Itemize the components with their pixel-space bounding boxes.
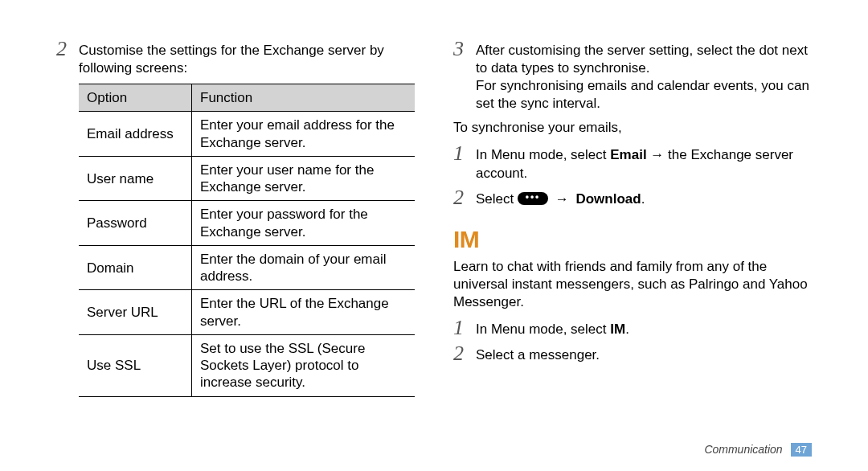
table-row: Server URL Enter the URL of the Exchange… (79, 290, 415, 335)
cell-option: User name (79, 156, 192, 201)
text-part: . (625, 322, 629, 337)
step-text: After customising the server setting, se… (476, 40, 812, 113)
step-number: 3 (453, 39, 476, 59)
col-header-option: Option (79, 84, 192, 112)
table-row: Domain Enter the domain of your email ad… (79, 245, 415, 290)
text-part: Select (476, 191, 518, 207)
table-row: Password Enter your password for the Exc… (79, 201, 415, 246)
table-header-row: Option Function (79, 84, 415, 112)
step-3-line1: After customising the server setting, se… (476, 43, 808, 76)
cell-function: Enter your password for the Exchange ser… (192, 201, 416, 246)
im-step-2: 2 Select a messenger. (453, 345, 812, 364)
cell-function: Enter your user name for the Exchange se… (192, 156, 416, 201)
cell-option: Domain (79, 245, 192, 290)
more-options-icon (518, 192, 548, 205)
table-row: Email address Enter your email address f… (79, 112, 415, 157)
step-3-line2: For synchronising emails and calendar ev… (476, 78, 809, 111)
step-number: 2 (453, 343, 476, 364)
text-part: In Menu mode, select (476, 147, 610, 162)
cell-option: Password (79, 201, 192, 246)
im-step-1: 1 In Menu mode, select IM. (453, 319, 812, 338)
sync-step-2: 2 Select → Download. (453, 189, 812, 208)
page-footer: Communication 47 (704, 443, 812, 457)
table-row: User name Enter your user name for the E… (79, 156, 415, 201)
arrow-icon: → (555, 190, 569, 208)
im-intro: Learn to chat with friends and family fr… (453, 258, 812, 311)
bold-email: Email (610, 147, 646, 162)
step-number: 2 (453, 187, 476, 208)
step-number: 1 (453, 317, 476, 338)
footer-page-number: 47 (791, 443, 812, 457)
cell-option: Server URL (79, 290, 192, 335)
footer-section-label: Communication (704, 443, 782, 456)
table-row: Use SSL Set to use the SSL (Secure Socke… (79, 334, 415, 396)
right-column: 3 After customising the server setting, … (453, 40, 812, 447)
step-text: In Menu mode, select IM. (476, 319, 812, 338)
step-number: 2 (56, 39, 79, 59)
col-header-function: Function (192, 84, 416, 112)
section-heading-im: IM (453, 226, 812, 253)
options-table: Option Function Email address Enter your… (79, 84, 415, 397)
bold-im: IM (610, 322, 625, 337)
step-text: Customise the settings for the Exchange … (79, 40, 415, 77)
cell-option: Use SSL (79, 334, 192, 396)
sync-step-1: 1 In Menu mode, select Email → the Excha… (453, 145, 812, 182)
step-3: 3 After customising the server setting, … (453, 40, 812, 113)
step-text: Select → Download. (476, 189, 812, 208)
text-part: . (641, 191, 645, 207)
cell-function: Enter the domain of your email address. (192, 245, 416, 290)
bold-download: Download (575, 191, 641, 207)
left-column: 2 Customise the settings for the Exchang… (56, 40, 415, 447)
step-number: 1 (453, 143, 476, 164)
sync-intro: To synchronise your emails, (453, 119, 812, 137)
step-2: 2 Customise the settings for the Exchang… (56, 40, 415, 77)
cell-function: Enter the URL of the Exchange server. (192, 290, 416, 335)
cell-function: Set to use the SSL (Secure Sockets Layer… (192, 334, 416, 396)
cell-option: Email address (79, 112, 192, 157)
step-text: Select a messenger. (476, 345, 812, 364)
cell-function: Enter your email address for the Exchang… (192, 112, 416, 157)
step-text: In Menu mode, select Email → the Exchang… (476, 145, 812, 182)
text-part: In Menu mode, select (476, 322, 610, 337)
